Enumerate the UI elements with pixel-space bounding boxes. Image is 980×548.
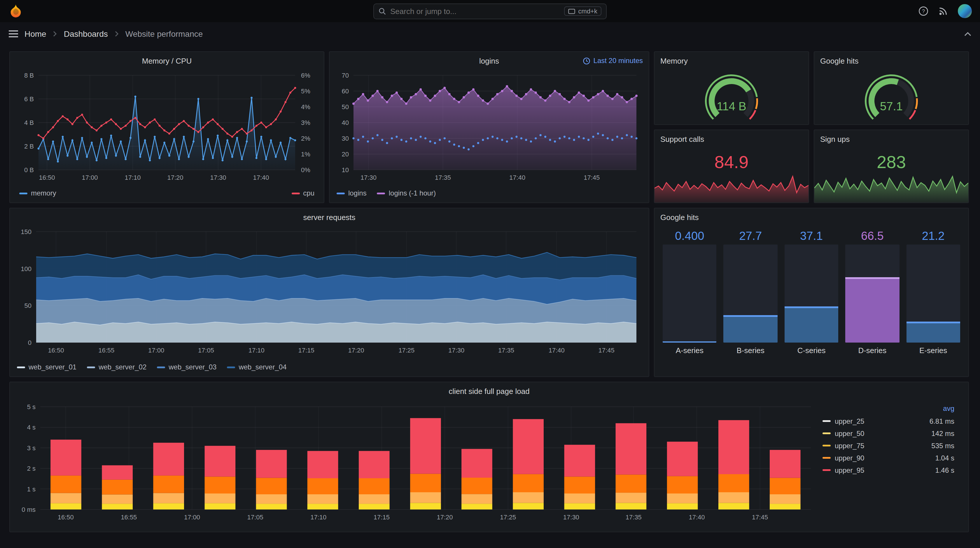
legend-swatch xyxy=(822,457,830,459)
legend-item-web-server-01[interactable]: web_server_01 xyxy=(17,363,76,371)
bar-gauge-fill xyxy=(906,322,960,342)
svg-text:3%: 3% xyxy=(301,119,310,126)
chart-legend: loginslogins (-1 hour) xyxy=(329,186,649,200)
svg-text:17:10: 17:10 xyxy=(310,514,326,521)
search-field[interactable] xyxy=(390,7,560,16)
svg-text:17:20: 17:20 xyxy=(437,514,453,521)
svg-text:50: 50 xyxy=(24,302,32,309)
google-hits-gauge-chart[interactable] xyxy=(842,69,941,123)
bar-gauge-fill xyxy=(724,315,778,342)
bar-gauge-a-series[interactable]: 0.400A-series xyxy=(663,227,717,359)
news-rss-icon[interactable] xyxy=(938,6,948,16)
legend-value: 1.04 s xyxy=(935,454,955,462)
breadcrumb-current-page: Website performance xyxy=(126,29,203,38)
svg-text:0%: 0% xyxy=(301,166,310,174)
bar-gauge-d-series[interactable]: 66.5D-series xyxy=(845,227,899,359)
panel-title[interactable]: Support calls xyxy=(660,134,704,143)
grafana-app: cmd+k ? Home Dashboards Website performa… xyxy=(0,0,980,548)
panel-title[interactable]: server requests xyxy=(303,213,355,221)
stat-value: 84.9 xyxy=(654,152,808,172)
legend-item-web-server-03[interactable]: web_server_03 xyxy=(157,363,216,371)
svg-text:10: 10 xyxy=(342,166,349,174)
svg-text:17:45: 17:45 xyxy=(584,174,600,181)
search-input[interactable]: cmd+k xyxy=(373,3,607,19)
legend-swatch xyxy=(822,432,830,434)
search-shortcut-badge: cmd+k xyxy=(565,6,601,16)
page-load-chart[interactable]: 0 ms1 s2 s3 s4 s5 s16:5016:5517:0017:051… xyxy=(13,400,818,527)
legend-item-cpu[interactable]: cpu xyxy=(291,189,314,197)
menu-hamburger-icon[interactable] xyxy=(8,30,19,38)
server-requests-chart[interactable]: 05010015016:5016:5517:0017:0517:1017:151… xyxy=(14,226,644,360)
collapse-chevron-up-icon[interactable] xyxy=(964,31,972,37)
user-avatar[interactable] xyxy=(958,4,972,18)
svg-text:16:55: 16:55 xyxy=(98,347,115,354)
legend-item-logins-1-hour-[interactable]: logins (-1 hour) xyxy=(377,189,436,197)
legend-label: upper_25 xyxy=(835,417,864,425)
svg-text:5 s: 5 s xyxy=(27,403,36,411)
chart-legend: memory cpu xyxy=(10,186,324,200)
svg-text:40: 40 xyxy=(342,119,349,126)
help-icon[interactable]: ? xyxy=(918,6,929,16)
time-range-link[interactable]: Last 20 minutes xyxy=(583,52,643,69)
legend-swatch xyxy=(19,192,27,194)
bar-gauge-value: 37.1 xyxy=(784,227,838,245)
keyboard-icon xyxy=(568,8,576,14)
bar-gauge-track xyxy=(724,245,778,342)
panel-title[interactable]: Google hits xyxy=(820,56,859,65)
bar-gauge-fill xyxy=(663,341,717,342)
legend-item-upper_50[interactable]: upper_50142 ms xyxy=(822,427,955,440)
panel-title[interactable]: logins xyxy=(479,56,499,65)
bar-gauge-value: 27.7 xyxy=(724,227,778,245)
svg-text:16:50: 16:50 xyxy=(48,347,64,354)
legend-swatch xyxy=(822,445,830,446)
memory-cpu-chart[interactable]: 0 B2 B4 B6 B8 B16:5017:0017:1017:2017:30… xyxy=(14,69,320,186)
panel-google-hits-bars: Google hits 0.400A-series27.7B-series37.… xyxy=(654,208,969,377)
panel-support-calls: Support calls 84.9 xyxy=(654,129,809,203)
svg-text:3 s: 3 s xyxy=(27,444,36,452)
svg-text:16:50: 16:50 xyxy=(39,174,55,181)
svg-text:17:35: 17:35 xyxy=(625,514,642,521)
panel-memory-gauge: Memory 114 B xyxy=(654,51,809,125)
legend-item-web-server-02[interactable]: web_server_02 xyxy=(87,363,146,371)
svg-text:17:40: 17:40 xyxy=(549,347,565,354)
panel-title[interactable]: Memory xyxy=(660,56,688,65)
legend-label: memory xyxy=(31,189,56,197)
gauge-value: 114 B xyxy=(654,100,808,113)
svg-text:2 B: 2 B xyxy=(24,143,34,150)
legend-item-upper_25[interactable]: upper_256.81 ms xyxy=(822,415,955,427)
panel-title[interactable]: Memory / CPU xyxy=(142,56,192,65)
svg-text:17:30: 17:30 xyxy=(210,174,226,181)
legend-item-upper_95[interactable]: upper_951.46 s xyxy=(822,464,955,476)
logins-chart[interactable]: 1020304050607017:3017:3517:4017:45 xyxy=(334,69,644,186)
breadcrumb-home[interactable]: Home xyxy=(24,29,46,38)
svg-text:2 s: 2 s xyxy=(27,465,36,472)
panel-title[interactable]: client side full page load xyxy=(449,387,530,395)
grafana-logo[interactable] xyxy=(8,3,23,19)
legend-item-logins[interactable]: logins xyxy=(337,189,367,197)
svg-text:17:15: 17:15 xyxy=(374,514,390,521)
svg-text:17:30: 17:30 xyxy=(361,174,377,181)
breadcrumb-bar: Home Dashboards Website performance xyxy=(0,22,980,46)
bar-gauge-label: B-series xyxy=(724,342,778,359)
legend-item-web-server-04[interactable]: web_server_04 xyxy=(227,363,286,371)
legend-item-memory[interactable]: memory xyxy=(19,189,56,197)
svg-text:0 ms: 0 ms xyxy=(22,506,36,513)
page-load-legend: avgupper_256.81 msupper_50142 msupper_75… xyxy=(818,400,961,527)
legend-swatch xyxy=(17,366,25,368)
bar-gauge-c-series[interactable]: 37.1C-series xyxy=(784,227,838,359)
legend-label: upper_50 xyxy=(835,429,864,437)
panel-server-requests: server requests 05010015016:5016:5517:00… xyxy=(10,208,649,377)
svg-text:16:55: 16:55 xyxy=(121,514,137,521)
bar-gauge-e-series[interactable]: 21.2E-series xyxy=(906,227,960,359)
legend-item-upper_75[interactable]: upper_75535 ms xyxy=(822,440,955,452)
breadcrumb-dashboards[interactable]: Dashboards xyxy=(64,29,108,38)
legend-label: logins xyxy=(348,189,367,197)
bar-gauge-cap xyxy=(724,315,778,317)
memory-gauge-chart[interactable] xyxy=(682,69,781,123)
panel-title[interactable]: Sign ups xyxy=(820,134,850,143)
bar-gauge-b-series[interactable]: 27.7B-series xyxy=(724,227,778,359)
panel-title[interactable]: Google hits xyxy=(660,213,699,221)
support-calls-sparkline[interactable] xyxy=(654,172,808,202)
legend-item-upper_90[interactable]: upper_901.04 s xyxy=(822,452,955,464)
sign-ups-sparkline[interactable] xyxy=(815,172,968,202)
